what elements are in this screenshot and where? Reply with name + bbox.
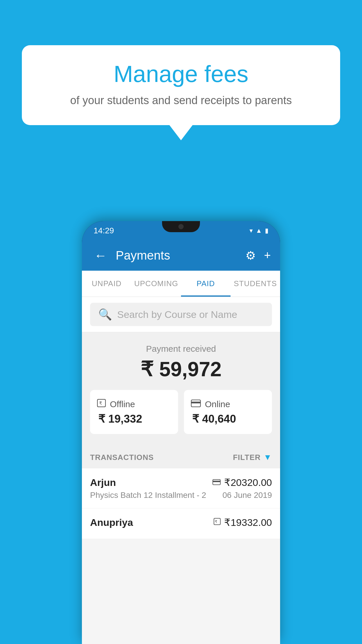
status-bar: 14:29 ▾ ▲ ▮ xyxy=(82,221,280,240)
bubble-title: Manage fees xyxy=(39,61,323,87)
svg-rect-5 xyxy=(213,481,220,482)
card-payment-icon xyxy=(212,478,221,487)
filter-icon: ▼ xyxy=(263,453,272,462)
app-bar-title: Payments xyxy=(116,249,240,262)
bubble-subtitle: of your students and send receipts to pa… xyxy=(39,93,323,108)
search-bar[interactable]: 🔍 Search by Course or Name xyxy=(90,303,272,326)
filter-button[interactable]: FILTER ▼ xyxy=(233,453,272,462)
battery-icon: ▮ xyxy=(265,227,268,235)
phone-screen: UNPAID UPCOMING PAID STUDENTS 🔍 Search b… xyxy=(82,271,280,644)
notch xyxy=(162,221,200,232)
svg-text:₹: ₹ xyxy=(215,519,217,524)
transaction-name: Arjun xyxy=(90,477,116,488)
camera xyxy=(178,224,184,229)
transaction-amount: ₹20320.00 xyxy=(224,477,272,488)
payment-cards: ₹ Offline ₹ 19,332 xyxy=(90,390,272,434)
table-row[interactable]: Anupriya ₹ ₹19332.00 xyxy=(82,508,280,539)
phone-frame: 14:29 ▾ ▲ ▮ ← Payments ⚙ + UNPAID UPCOMI… xyxy=(82,221,280,644)
search-icon: 🔍 xyxy=(98,308,112,321)
transactions-label: TRANSACTIONS xyxy=(90,453,154,462)
offline-payment-icon: ₹ xyxy=(214,518,221,527)
transactions-header: TRANSACTIONS FILTER ▼ xyxy=(82,444,280,468)
search-input[interactable]: Search by Course or Name xyxy=(117,309,237,320)
speech-bubble: Manage fees of your students and send re… xyxy=(22,45,340,125)
tab-students[interactable]: STUDENTS xyxy=(231,271,280,297)
app-bar-actions: ⚙ + xyxy=(245,249,271,262)
online-label: Online xyxy=(205,399,230,409)
tab-unpaid[interactable]: UNPAID xyxy=(82,271,131,297)
table-row[interactable]: Arjun ₹20320.00 Physics Batch 12 xyxy=(82,468,280,508)
svg-text:₹: ₹ xyxy=(99,401,102,406)
tab-paid[interactable]: PAID xyxy=(181,271,231,297)
settings-icon[interactable]: ⚙ xyxy=(245,249,256,262)
app-bar: ← Payments ⚙ + xyxy=(82,240,280,271)
online-icon xyxy=(191,399,201,410)
tabs-bar: UNPAID UPCOMING PAID STUDENTS xyxy=(82,271,280,297)
online-card: Online ₹ 40,640 xyxy=(184,390,272,434)
wifi-icon: ▾ xyxy=(249,227,253,235)
tab-upcoming[interactable]: UPCOMING xyxy=(131,271,181,297)
add-icon[interactable]: + xyxy=(264,249,271,262)
online-amount: ₹ 40,640 xyxy=(191,412,265,425)
payment-received-label: Payment received xyxy=(90,344,272,354)
transaction-amount-wrapper: ₹ ₹19332.00 xyxy=(214,517,272,528)
offline-card: ₹ Offline ₹ 19,332 xyxy=(90,390,178,434)
offline-amount: ₹ 19,332 xyxy=(97,412,171,425)
transaction-amount-wrapper: ₹20320.00 xyxy=(212,477,272,488)
search-container: 🔍 Search by Course or Name xyxy=(82,297,280,332)
transaction-list: Arjun ₹20320.00 Physics Batch 12 xyxy=(82,468,280,539)
offline-icon: ₹ xyxy=(97,399,106,410)
filter-label: FILTER xyxy=(233,453,261,462)
transaction-date: 06 June 2019 xyxy=(222,491,272,500)
back-button[interactable]: ← xyxy=(91,245,110,266)
payment-total-amount: ₹ 59,972 xyxy=(90,357,272,381)
svg-rect-3 xyxy=(191,402,201,403)
transaction-course: Physics Batch 12 Installment - 2 xyxy=(90,491,206,500)
signal-icon: ▲ xyxy=(256,227,262,235)
status-time: 14:29 xyxy=(94,226,114,235)
transaction-name: Anupriya xyxy=(90,517,133,528)
status-icons: ▾ ▲ ▮ xyxy=(249,227,268,235)
speech-bubble-section: Manage fees of your students and send re… xyxy=(22,45,340,125)
offline-label: Offline xyxy=(110,399,135,409)
transaction-amount: ₹19332.00 xyxy=(224,517,272,528)
payment-summary: Payment received ₹ 59,972 ₹ Offline xyxy=(82,332,280,444)
